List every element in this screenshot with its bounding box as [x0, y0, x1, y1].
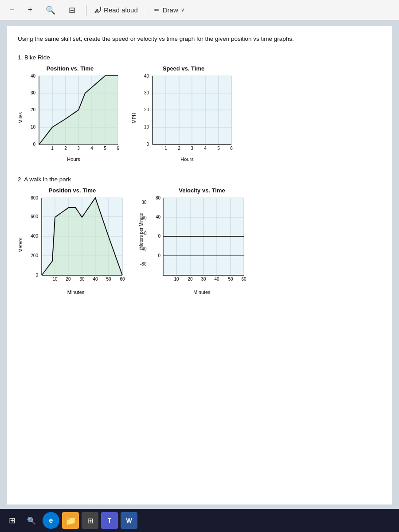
svg-text:200: 200: [31, 253, 38, 258]
svg-text:30: 30: [144, 90, 149, 95]
svg-text:0: 0: [33, 142, 35, 147]
teams-label-icon: T: [108, 517, 112, 524]
graph2-x-label: Hours: [138, 156, 236, 162]
svg-text:1: 1: [51, 146, 54, 151]
graph2-y-label: MPH: [131, 113, 137, 123]
start-icon: ⊞: [9, 516, 16, 525]
graph1-area: 0 10 20 30 40 1 2 3 4 5 6: [25, 74, 122, 162]
draw-icon: ✏: [154, 6, 160, 14]
svg-text:2: 2: [178, 146, 180, 151]
graph4-y-label-ext: Meters per Minute: [139, 198, 144, 264]
folder-icon[interactable]: 📁: [62, 512, 79, 529]
svg-text:10: 10: [144, 125, 149, 129]
chevron-down-icon: ∨: [181, 7, 184, 13]
read-aloud-button[interactable]: A) Read aloud: [94, 6, 138, 15]
svg-text:10: 10: [52, 277, 58, 282]
svg-text:600: 600: [31, 214, 38, 219]
svg-text:60: 60: [242, 277, 247, 282]
svg-text:30: 30: [79, 277, 85, 282]
main-content: Using the same skill set, create the spe…: [7, 26, 392, 505]
svg-text:6: 6: [230, 146, 233, 151]
svg-text:20: 20: [188, 277, 193, 282]
graph1-wrap: Miles: [18, 74, 122, 162]
graph4-title: Velocity vs. Time: [179, 187, 225, 194]
read-aloud-label: Read aloud: [104, 6, 138, 14]
svg-text:50: 50: [106, 277, 111, 282]
draw-button[interactable]: ✏ Draw ∨: [154, 6, 184, 14]
graph4-wrap: 80 40 0 0 10 20 30 40 50 60: [155, 196, 248, 295]
svg-text:0: 0: [146, 142, 149, 147]
graph1-title: Position vs. Time: [47, 65, 94, 72]
taskbar: ⊞ 🔍 e 📁 ⊞ T W: [0, 509, 399, 532]
svg-text:6: 6: [117, 146, 119, 151]
svg-text:40: 40: [215, 277, 220, 282]
problem-1-section: 1. Bike Ride Position vs. Time Miles: [18, 54, 381, 162]
read-aloud-icon: A): [94, 6, 101, 15]
problem-2-y-label-wrap: Meters per Minute 80 40 0 -40 -80: [136, 198, 146, 266]
problem-2-section: 2. A walk in the park Position vs. Time …: [18, 176, 381, 295]
word-label-icon: W: [126, 517, 132, 524]
svg-text:0: 0: [158, 234, 161, 239]
minus-button[interactable]: −: [7, 4, 17, 16]
graph3-x-label: Minutes: [25, 289, 127, 295]
plus-button[interactable]: +: [25, 4, 35, 16]
store-icon: ⊞: [87, 516, 93, 525]
toolbar-divider2: [146, 5, 146, 16]
svg-text:3: 3: [191, 146, 193, 151]
graph2-wrap: MPH: [131, 74, 236, 162]
graph4-svg: 80 40 0 0 10 20 30 40 50 60: [155, 196, 248, 289]
svg-text:40: 40: [156, 215, 161, 219]
problem-2-graph-2: Velocity vs. Time: [155, 187, 248, 295]
svg-text:1: 1: [164, 146, 167, 151]
file-folder-icon: 📁: [65, 515, 76, 526]
svg-text:50: 50: [228, 277, 234, 282]
graph3-wrap: Meters: [18, 196, 127, 295]
problem-2-label: 2. A walk in the park: [18, 176, 381, 183]
graph4-area: 80 40 0 0 10 20 30 40 50 60: [155, 196, 248, 295]
graph3-y-label: Meters: [18, 238, 23, 253]
problem-1-graph-1: Position vs. Time Miles: [18, 65, 122, 162]
svg-text:4: 4: [204, 146, 207, 151]
windows-store-icon[interactable]: ⊞: [82, 512, 98, 529]
problem-1-graphs-row: Position vs. Time Miles: [18, 65, 381, 162]
start-button[interactable]: ⊞: [4, 512, 20, 529]
graph3-svg: 0 200 400 600 800 10 20 30 40 50 60: [25, 196, 127, 289]
svg-text:30: 30: [201, 277, 207, 282]
toolbar: − + 🔍 ⊟ A) Read aloud ✏ Draw ∨: [0, 0, 399, 20]
svg-text:2: 2: [64, 146, 67, 151]
svg-text:20: 20: [31, 107, 36, 112]
graph2-area: 0 10 20 30 40 1 2 3 4 5 6: [138, 74, 236, 162]
problem-2-graphs-row: Position vs. Time Meters: [18, 187, 381, 295]
svg-text:40: 40: [31, 74, 36, 78]
graph4-x-label: Minutes: [155, 289, 248, 295]
problem-1-label: 1. Bike Ride: [18, 54, 381, 61]
graph1-y-label: Miles: [18, 112, 23, 124]
graph1-x-label: Hours: [25, 156, 122, 162]
svg-text:80: 80: [156, 196, 161, 200]
svg-text:40: 40: [93, 277, 98, 282]
svg-text:400: 400: [31, 234, 38, 239]
zoom-button[interactable]: 🔍: [43, 4, 58, 17]
teams-icon[interactable]: T: [101, 512, 118, 529]
edge-browser-icon[interactable]: e: [43, 512, 59, 529]
svg-text:20: 20: [144, 107, 149, 112]
instructions-text: Using the same skill set, create the spe…: [18, 35, 381, 43]
svg-text:10: 10: [174, 277, 180, 282]
word-icon[interactable]: W: [121, 512, 137, 529]
taskbar-search-icon[interactable]: 🔍: [23, 512, 40, 529]
problem-1-graph-2: Speed vs. Time MPH: [131, 65, 236, 162]
svg-text:0: 0: [158, 253, 161, 258]
svg-text:4: 4: [90, 146, 93, 151]
svg-text:3: 3: [77, 146, 80, 151]
graph3-title: Position vs. Time: [49, 187, 96, 194]
graph2-svg: 0 10 20 30 40 1 2 3 4 5 6: [138, 74, 236, 156]
search-icon: 🔍: [27, 516, 36, 525]
svg-text:0: 0: [35, 273, 38, 278]
graph3-area: 0 200 400 600 800 10 20 30 40 50 60: [25, 196, 127, 295]
svg-text:40: 40: [144, 74, 149, 78]
problem-2-graph-1: Position vs. Time Meters: [18, 187, 127, 295]
toolbar-divider: [86, 5, 86, 16]
svg-text:5: 5: [217, 146, 220, 151]
graph1-svg: 0 10 20 30 40 1 2 3 4 5 6: [25, 74, 122, 156]
fit-button[interactable]: ⊟: [66, 4, 78, 17]
